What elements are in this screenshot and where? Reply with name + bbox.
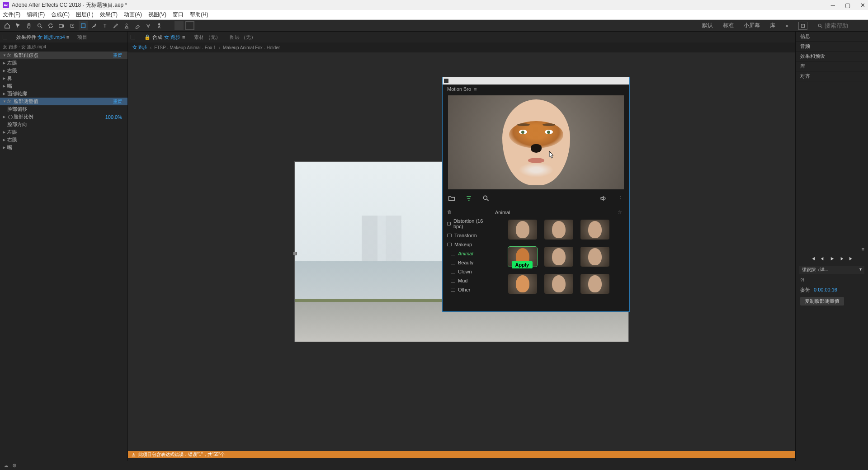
breadcrumb-item[interactable]: FTSP - Makeup Animal - Fox 1 xyxy=(154,45,216,50)
ec-group-face-measure[interactable]: ▼fx 脸部测量值 重置 xyxy=(0,98,127,105)
menu-window[interactable]: 窗口 xyxy=(173,11,184,19)
cat-animal[interactable]: Animal xyxy=(443,249,488,258)
snap-icon[interactable]: ⊡ xyxy=(798,22,807,30)
preset-thumb[interactable] xyxy=(544,247,573,267)
ec-prop[interactable]: 脸部偏移 xyxy=(0,105,127,113)
ec-prop[interactable]: ▶右眼 xyxy=(0,136,127,144)
copy-face-measure-button[interactable]: 复制脸部测量值 xyxy=(800,297,844,306)
star-icon[interactable]: ☆ xyxy=(618,209,622,215)
prev-frame-icon[interactable] xyxy=(820,256,825,261)
brush-tool-icon[interactable] xyxy=(111,21,120,30)
menu-help[interactable]: 帮助(H) xyxy=(190,11,208,19)
tab-align[interactable]: 对齐 xyxy=(796,71,868,81)
ws-default[interactable]: 默认 xyxy=(702,22,713,29)
status-icon[interactable]: ⚙ xyxy=(12,463,17,469)
ec-prop[interactable]: ▶嘴 xyxy=(0,144,127,151)
reset-link[interactable]: 重置 xyxy=(110,52,125,59)
camera-tool-icon[interactable] xyxy=(57,21,66,30)
tab-library[interactable]: 库 xyxy=(796,61,868,71)
panel-menu-icon[interactable] xyxy=(131,35,135,39)
breadcrumb-item[interactable]: 女 跑步 xyxy=(132,44,147,51)
preset-thumb[interactable] xyxy=(580,274,609,294)
apply-button[interactable]: Apply xyxy=(512,261,533,268)
first-frame-icon[interactable] xyxy=(811,256,816,261)
menu-view[interactable]: 视图(V) xyxy=(148,11,166,19)
maximize-button[interactable]: ▢ xyxy=(845,2,850,9)
preset-thumb[interactable] xyxy=(544,220,573,240)
eraser-tool-icon[interactable] xyxy=(133,21,142,30)
menu-file[interactable]: 文件(F) xyxy=(3,11,20,19)
search-icon[interactable] xyxy=(481,194,491,203)
preset-thumb[interactable] xyxy=(508,274,537,294)
rect-tool-icon[interactable] xyxy=(79,21,88,30)
preset-thumb-selected[interactable]: Apply xyxy=(508,247,537,267)
reset-link[interactable]: 重置 xyxy=(110,99,125,105)
menu-effect[interactable]: 效果(T) xyxy=(100,11,118,19)
track-mode-dropdown[interactable]: 缪跟踪（详...▾ xyxy=(799,266,864,274)
cat-mud[interactable]: Mud xyxy=(443,276,488,285)
preset-thumb[interactable] xyxy=(544,274,573,294)
puppet-tool-icon[interactable] xyxy=(155,21,164,30)
stopwatch-icon[interactable] xyxy=(8,115,13,119)
cat-other[interactable]: Other xyxy=(443,285,488,294)
delete-icon[interactable]: 🗑 xyxy=(443,207,488,216)
ec-prop[interactable]: ▶左眼 xyxy=(0,59,127,67)
cat-beauty[interactable]: Beauty xyxy=(443,258,488,267)
cat-transform[interactable]: Transform xyxy=(443,231,488,240)
menu-comp[interactable]: 合成(C) xyxy=(51,11,70,19)
roto-tool-icon[interactable] xyxy=(144,21,153,30)
tab-audio[interactable]: 音频 xyxy=(796,42,868,52)
ec-prop-face-scale[interactable]: ▶脸部比例100.0% xyxy=(0,113,127,121)
panel-menu-icon[interactable] xyxy=(3,35,7,39)
hand-tool-icon[interactable] xyxy=(24,21,33,30)
ws-library[interactable]: 库 xyxy=(770,22,775,29)
filter-icon[interactable] xyxy=(464,194,473,203)
tab-effect-controls[interactable]: 效果控件 女 跑步.mp4 ≡ xyxy=(16,34,69,41)
ws-overflow-icon[interactable]: » xyxy=(785,23,788,29)
selection-tool-icon[interactable] xyxy=(14,21,23,30)
menu-layer[interactable]: 图层(L) xyxy=(76,11,94,19)
prop-value[interactable]: 100.0% xyxy=(105,114,125,120)
tab-project[interactable]: 项目 xyxy=(77,34,87,41)
ec-prop[interactable]: ▶左眼 xyxy=(0,128,127,136)
search-help-input[interactable] xyxy=(825,22,861,29)
folder-icon[interactable] xyxy=(447,194,456,203)
next-frame-icon[interactable] xyxy=(839,256,844,261)
tab-composition[interactable]: 🔒 合成 女 跑步 ≡ xyxy=(144,34,185,41)
panel-options-icon[interactable]: ≡ xyxy=(862,246,864,252)
tab-footage[interactable]: 素材 （无） xyxy=(194,34,220,41)
tab-effects-presets[interactable]: 效果和预设 xyxy=(796,52,868,61)
posture-timecode[interactable]: 0:00:00:16 xyxy=(814,287,837,292)
preset-thumb[interactable] xyxy=(580,247,609,267)
breadcrumb-item[interactable]: Makeup Animal Fox - Holder xyxy=(223,45,280,50)
last-frame-icon[interactable] xyxy=(849,256,854,261)
fill-swatch-icon[interactable] xyxy=(175,21,184,30)
expression-warning[interactable]: ⚠ 此项目包含表达式错误：错误"1"，共"55"个 xyxy=(128,451,795,458)
tab-layer[interactable]: 图层 （无） xyxy=(230,34,256,41)
minimize-button[interactable]: ─ xyxy=(831,2,835,9)
ec-prop[interactable]: ▶右眼 xyxy=(0,67,127,75)
stroke-swatch-icon[interactable] xyxy=(185,21,194,30)
ec-group-face-track[interactable]: ▼fx 脸部跟踪点 重置 xyxy=(0,52,127,59)
ec-prop[interactable]: ▶嘴 xyxy=(0,82,127,90)
cat-clown[interactable]: Clown xyxy=(443,267,488,276)
cat-distortion[interactable]: Distortion (16 bpc) xyxy=(443,216,488,231)
status-icon[interactable]: ☁ xyxy=(4,463,9,469)
home-icon[interactable] xyxy=(3,21,12,30)
orbit-tool-icon[interactable] xyxy=(46,21,55,30)
menu-anim[interactable]: 动画(A) xyxy=(124,11,142,19)
play-icon[interactable] xyxy=(830,256,835,261)
ws-small[interactable]: 小屏幕 xyxy=(744,22,760,29)
pen-tool-icon[interactable] xyxy=(90,21,99,30)
text-tool-icon[interactable]: T xyxy=(100,21,109,30)
ws-standard[interactable]: 标准 xyxy=(723,22,734,29)
zoom-tool-icon[interactable] xyxy=(35,21,44,30)
clone-tool-icon[interactable] xyxy=(122,21,131,30)
panel-drag-icon[interactable] xyxy=(444,79,448,83)
close-button[interactable]: ✕ xyxy=(860,2,865,9)
pan-behind-tool-icon[interactable] xyxy=(68,21,77,30)
ec-prop[interactable]: ▶面部轮廓 xyxy=(0,90,127,98)
motion-bro-tab[interactable]: Motion Bro xyxy=(447,86,471,92)
preset-thumb[interactable] xyxy=(508,220,537,240)
cat-makeup[interactable]: Makeup xyxy=(443,240,488,249)
